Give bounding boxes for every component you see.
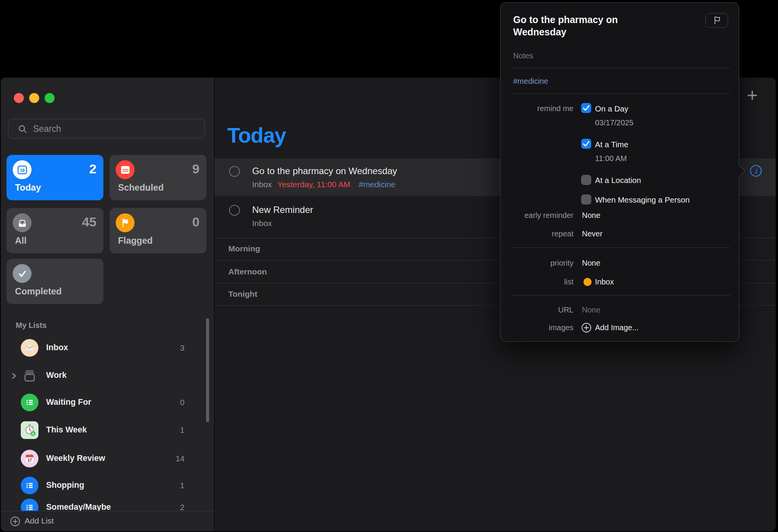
my-lists-header: My Lists — [16, 321, 47, 330]
flag-outline-icon — [712, 15, 722, 26]
notes-field[interactable]: Notes — [513, 52, 533, 60]
reminder-detail-popover: Go to the pharmacy on Wednesday Notes #m… — [500, 2, 739, 342]
reminder-list-name: Inbox — [252, 219, 272, 228]
popover-divider — [512, 295, 730, 296]
at-a-location-label: At a Location — [595, 176, 641, 185]
reminder-due-date: Yesterday, 11:00 AM — [277, 180, 350, 189]
list-label: This Week — [46, 425, 87, 435]
list-label: Weekly Review — [46, 454, 105, 463]
smart-list-scheduled[interactable]: 9 Scheduled — [110, 155, 206, 200]
early-reminder-value[interactable]: None — [582, 211, 600, 220]
list-label: list — [500, 278, 574, 286]
list-label: Work — [46, 371, 66, 380]
box-stack-icon — [21, 367, 38, 384]
bullet-list-icon — [21, 394, 38, 411]
minimize-window-button[interactable] — [29, 93, 39, 103]
section-morning: Morning — [228, 244, 260, 253]
check-icon — [582, 139, 591, 148]
smart-list-all[interactable]: 45 All — [7, 208, 103, 253]
stopwatch-icon: ⚙ — [21, 421, 38, 439]
reminder-complete-circle[interactable] — [229, 166, 240, 177]
page-title: Today — [227, 123, 286, 148]
all-label: All — [15, 236, 27, 246]
check-icon — [582, 103, 591, 113]
smart-list-today[interactable]: 18 2 Today — [7, 155, 103, 200]
flag-button[interactable] — [705, 13, 728, 28]
at-a-time-checkbox[interactable] — [581, 139, 591, 149]
scheduled-label: Scheduled — [118, 183, 164, 193]
url-value[interactable]: None — [582, 306, 600, 314]
priority-value[interactable]: None — [582, 259, 600, 268]
popover-divider — [512, 248, 730, 248]
svg-text:i: i — [755, 166, 758, 176]
sidebar-scrollbar[interactable] — [206, 318, 209, 422]
chevron-right-icon[interactable] — [11, 372, 17, 380]
sidebar-item-this-week[interactable]: ⚙ This Week 1 — [1, 416, 197, 444]
section-afternoon: Afternoon — [228, 267, 267, 276]
envelope-icon — [21, 339, 38, 357]
on-a-day-checkbox[interactable] — [581, 103, 591, 113]
remind-me-label: remind me — [500, 104, 574, 113]
at-a-location-checkbox[interactable] — [581, 175, 591, 185]
close-window-button[interactable] — [14, 93, 24, 103]
sidebar-item-waiting-for[interactable]: Waiting For 0 — [1, 389, 197, 416]
list-count: 14 — [176, 454, 185, 463]
scheduled-count: 9 — [192, 161, 199, 176]
reminder-subtitle: InboxYesterday, 11:00 AM#medicine — [252, 180, 396, 189]
reminder-title[interactable]: Go to the pharmacy on Wednesday — [252, 166, 397, 176]
today-count: 2 — [89, 161, 96, 176]
add-image-plus-icon[interactable] — [581, 323, 592, 333]
list-label: Shopping — [46, 480, 84, 490]
checkmark-icon — [13, 264, 32, 283]
sidebar-item-work[interactable]: Work — [1, 362, 197, 389]
reminder-complete-circle[interactable] — [229, 205, 240, 216]
when-messaging-checkbox[interactable] — [581, 195, 591, 204]
flagged-count: 0 — [192, 214, 199, 229]
sidebar-item-weekly-review[interactable]: 17 Weekly Review 14 — [1, 445, 197, 472]
calendar-grid-icon — [116, 160, 135, 179]
tray-icon — [13, 213, 32, 232]
reminder-subtitle: Inbox — [252, 219, 272, 228]
list-value[interactable]: Inbox — [595, 278, 614, 286]
new-reminder-plus-button[interactable]: + — [747, 85, 758, 106]
search-icon — [18, 124, 28, 134]
popover-reminder-title[interactable]: Go to the pharmacy on Wednesday — [513, 13, 648, 38]
repeat-label: repeat — [500, 229, 574, 238]
add-list-plus-icon[interactable] — [10, 516, 20, 527]
reminder-list-name: Inbox — [252, 180, 272, 189]
add-image-button[interactable]: Add Image... — [595, 323, 638, 332]
list-count: 0 — [180, 398, 185, 407]
svg-text:17: 17 — [27, 458, 32, 462]
on-a-day-date[interactable]: 03/17/2025 — [595, 118, 633, 127]
svg-text:⚙: ⚙ — [32, 432, 35, 436]
smart-list-completed[interactable]: Completed — [7, 259, 103, 304]
sidebar: 18 2 Today 9 Scheduled — [1, 78, 214, 531]
zoom-window-button[interactable] — [45, 93, 55, 103]
repeat-value[interactable]: Never — [582, 229, 602, 238]
reminder-title[interactable]: New Reminder — [252, 204, 313, 215]
completed-label: Completed — [15, 286, 62, 297]
all-count: 45 — [82, 214, 96, 229]
smart-list-flagged[interactable]: 0 Flagged — [110, 208, 206, 253]
section-tonight: Tonight — [228, 289, 257, 299]
list-color-dot — [584, 278, 592, 286]
calendar-page-icon: 17 — [21, 450, 38, 467]
bullet-list-icon — [21, 477, 38, 494]
reminder-tag[interactable]: #medicine — [359, 180, 396, 189]
sidebar-item-inbox[interactable]: Inbox 3 — [1, 334, 197, 362]
popover-divider — [512, 68, 730, 68]
list-count: 1 — [180, 426, 185, 435]
search-input[interactable] — [33, 119, 198, 138]
list-count: 3 — [180, 343, 185, 352]
search-field[interactable] — [8, 119, 205, 139]
svg-text:18: 18 — [20, 168, 24, 173]
add-list-button[interactable]: Add List — [25, 516, 54, 525]
info-icon[interactable]: i — [749, 164, 763, 178]
list-label: Waiting For — [46, 397, 91, 407]
list-label: Inbox — [46, 343, 68, 352]
list-count: 1 — [180, 481, 185, 490]
popover-divider — [512, 93, 730, 94]
popover-tag[interactable]: #medicine — [513, 77, 548, 86]
at-a-time-value[interactable]: 11:00 AM — [595, 154, 627, 163]
flag-icon — [116, 213, 135, 232]
